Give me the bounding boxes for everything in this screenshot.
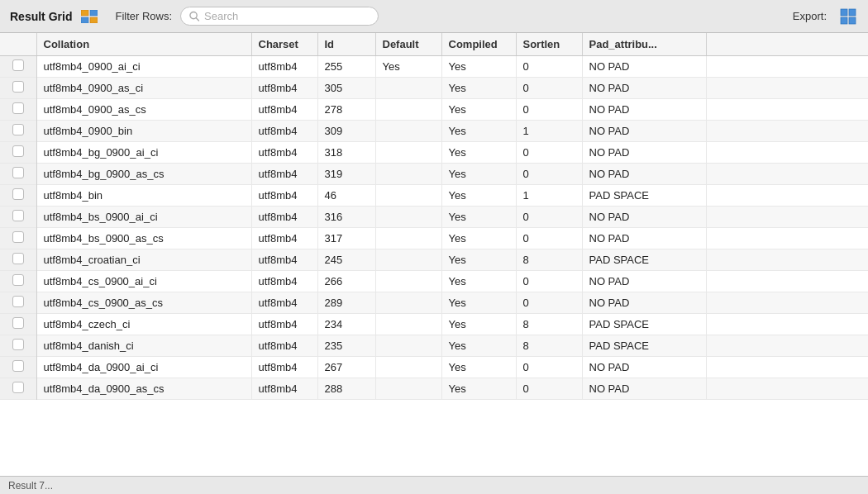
cell-sortlen: 1 <box>516 185 582 207</box>
col-header-sortlen[interactable]: Sortlen <box>516 33 582 56</box>
row-selector[interactable] <box>12 210 24 221</box>
cell-id: 309 <box>317 121 375 142</box>
table-row[interactable]: utf8mb4_croatian_ciutf8mb4245Yes8PAD SPA… <box>0 249 868 271</box>
cell-id: 266 <box>317 271 375 292</box>
cell-compiled: Yes <box>441 228 516 249</box>
cell-default <box>375 228 441 249</box>
cell-pad_attribute: NO PAD <box>582 78 706 99</box>
col-header-id[interactable]: Id <box>317 33 375 56</box>
cell-default <box>375 99 441 121</box>
table-row[interactable]: utf8mb4_0900_as_csutf8mb4278Yes0NO PAD <box>0 99 868 121</box>
table-row[interactable]: utf8mb4_bs_0900_ai_ciutf8mb4316Yes0NO PA… <box>0 207 868 228</box>
cell-pad_attribute: PAD SPACE <box>582 314 706 335</box>
row-selector[interactable] <box>12 102 24 114</box>
cell-extra <box>706 121 868 142</box>
cell-charset: utf8mb4 <box>251 207 317 228</box>
table-row[interactable]: utf8mb4_danish_ciutf8mb4235Yes8PAD SPACE <box>0 335 868 357</box>
cell-extra <box>706 99 868 121</box>
row-selector-cell <box>0 207 36 228</box>
svg-rect-8 <box>841 17 847 24</box>
status-bar: Result 7... <box>0 476 868 494</box>
table-row[interactable]: utf8mb4_bg_0900_ai_ciutf8mb4318Yes0NO PA… <box>0 142 868 164</box>
svg-rect-3 <box>90 17 98 23</box>
row-selector[interactable] <box>12 145 24 157</box>
row-selector-cell <box>0 99 36 121</box>
col-header-default[interactable]: Default <box>375 33 441 56</box>
search-box[interactable] <box>180 7 379 26</box>
cell-extra <box>706 271 868 292</box>
row-selector[interactable] <box>12 124 24 135</box>
row-selector[interactable] <box>12 188 24 200</box>
cell-extra <box>706 56 868 78</box>
row-selector-cell <box>0 228 36 249</box>
cell-collation: utf8mb4_danish_ci <box>36 335 251 357</box>
cell-compiled: Yes <box>441 185 516 207</box>
row-selector[interactable] <box>12 81 24 93</box>
table-row[interactable]: utf8mb4_0900_ai_ciutf8mb4255YesYes0NO PA… <box>0 56 868 78</box>
row-selector-cell <box>0 249 36 271</box>
table-row[interactable]: utf8mb4_bg_0900_as_csutf8mb4319Yes0NO PA… <box>0 164 868 185</box>
cell-compiled: Yes <box>441 207 516 228</box>
cell-charset: utf8mb4 <box>251 78 317 99</box>
cell-charset: utf8mb4 <box>251 249 317 271</box>
cell-sortlen: 0 <box>516 292 582 314</box>
cell-charset: utf8mb4 <box>251 378 317 400</box>
row-selector[interactable] <box>12 231 24 243</box>
cell-compiled: Yes <box>441 314 516 335</box>
cell-charset: utf8mb4 <box>251 228 317 249</box>
search-input[interactable] <box>204 10 370 22</box>
row-selector-cell <box>0 185 36 207</box>
table-row[interactable]: utf8mb4_cs_0900_ai_ciutf8mb4266Yes0NO PA… <box>0 271 868 292</box>
cell-collation: utf8mb4_bs_0900_ai_ci <box>36 207 251 228</box>
cell-compiled: Yes <box>441 357 516 378</box>
cell-pad_attribute: NO PAD <box>582 378 706 400</box>
cell-sortlen: 0 <box>516 78 582 99</box>
cell-extra <box>706 335 868 357</box>
col-header-compiled[interactable]: Compiled <box>441 33 516 56</box>
table-row[interactable]: utf8mb4_cs_0900_as_csutf8mb4289Yes0NO PA… <box>0 292 868 314</box>
table-row[interactable]: utf8mb4_czech_ciutf8mb4234Yes8PAD SPACE <box>0 314 868 335</box>
cell-pad_attribute: NO PAD <box>582 56 706 78</box>
table-row[interactable]: utf8mb4_da_0900_ai_ciutf8mb4267Yes0NO PA… <box>0 357 868 378</box>
cell-sortlen: 0 <box>516 378 582 400</box>
cell-charset: utf8mb4 <box>251 142 317 164</box>
cell-default <box>375 78 441 99</box>
row-selector[interactable] <box>12 59 24 71</box>
cell-collation: utf8mb4_bg_0900_as_cs <box>36 164 251 185</box>
row-selector[interactable] <box>12 317 24 329</box>
cell-compiled: Yes <box>441 142 516 164</box>
cell-extra <box>706 292 868 314</box>
table-row[interactable]: utf8mb4_bs_0900_as_csutf8mb4317Yes0NO PA… <box>0 228 868 249</box>
col-header-pad-attribute[interactable]: Pad_attribu... <box>582 33 706 56</box>
cell-sortlen: 8 <box>516 335 582 357</box>
search-icon <box>189 11 199 21</box>
grid-icon[interactable] <box>80 9 98 24</box>
cell-charset: utf8mb4 <box>251 314 317 335</box>
table-row[interactable]: utf8mb4_0900_binutf8mb4309Yes1NO PAD <box>0 121 868 142</box>
cell-id: 305 <box>317 78 375 99</box>
row-selector[interactable] <box>12 382 24 393</box>
table-row[interactable]: utf8mb4_0900_as_ciutf8mb4305Yes0NO PAD <box>0 78 868 99</box>
row-selector[interactable] <box>12 274 24 286</box>
cell-extra <box>706 314 868 335</box>
table-header-row: Collation Charset Id Default Compiled So… <box>0 33 868 56</box>
row-selector-cell <box>0 164 36 185</box>
cell-charset: utf8mb4 <box>251 56 317 78</box>
col-header-collation[interactable]: Collation <box>36 33 251 56</box>
cell-extra <box>706 228 868 249</box>
row-selector[interactable] <box>12 339 24 350</box>
row-selector[interactable] <box>12 167 24 178</box>
row-selector[interactable] <box>12 360 24 372</box>
cell-charset: utf8mb4 <box>251 292 317 314</box>
table-row[interactable]: utf8mb4_da_0900_as_csutf8mb4288Yes0NO PA… <box>0 378 868 400</box>
cell-collation: utf8mb4_0900_ai_ci <box>36 56 251 78</box>
export-label: Export: <box>793 10 827 22</box>
col-header-charset[interactable]: Charset <box>251 33 317 56</box>
table-row[interactable]: utf8mb4_binutf8mb446Yes1PAD SPACE <box>0 185 868 207</box>
col-header-extra <box>706 33 868 56</box>
row-selector[interactable] <box>12 253 24 264</box>
cell-charset: utf8mb4 <box>251 121 317 142</box>
row-selector[interactable] <box>12 296 24 307</box>
result-grid-table-container[interactable]: Collation Charset Id Default Compiled So… <box>0 33 868 476</box>
export-icon[interactable] <box>840 8 858 25</box>
